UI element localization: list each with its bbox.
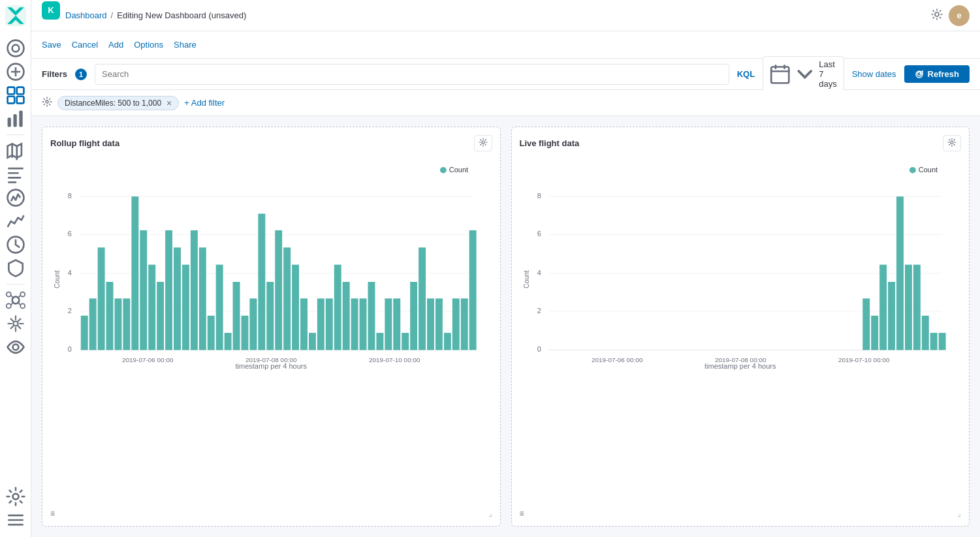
svg-rect-47 [182,265,189,350]
svg-point-15 [6,303,10,308]
svg-rect-51 [216,265,223,350]
svg-point-87 [951,141,953,144]
svg-text:6: 6 [537,230,541,238]
svg-rect-56 [258,214,265,350]
svg-text:6: 6 [68,230,72,238]
svg-rect-61 [300,298,308,350]
nav-graph[interactable] [5,290,26,311]
svg-text:4: 4 [68,269,72,277]
nav-discover[interactable] [5,61,26,82]
time-range-label: Last 7 days [819,59,836,89]
show-dates-button[interactable]: Show dates [852,69,896,79]
svg-rect-105 [913,265,920,350]
svg-rect-21 [771,67,789,83]
svg-point-22 [46,100,48,103]
nav-dashboard[interactable] [5,85,26,106]
svg-rect-106 [921,316,928,350]
svg-rect-55 [249,298,257,350]
svg-rect-58 [275,230,282,350]
breadcrumb-parent[interactable]: Dashboard [65,10,107,20]
nav-logs[interactable] [5,164,26,185]
left-panel-title: Rollup flight data [50,138,119,148]
nav-settings[interactable] [5,486,26,507]
nav-uptime[interactable] [5,234,26,255]
svg-rect-69 [368,282,375,350]
svg-text:Count: Count [53,270,61,288]
right-panel-gear[interactable] [943,135,961,151]
right-panel-header: Live flight data [520,135,962,151]
svg-rect-104 [904,265,911,350]
nav-maps[interactable] [5,140,26,161]
breadcrumb-separator: / [111,10,114,20]
nav-metrics[interactable] [5,211,26,232]
svg-text:0: 0 [537,346,541,354]
nav-home[interactable] [5,38,26,59]
right-panel-list-icon[interactable]: ≡ [520,509,524,518]
svg-rect-40 [123,298,130,350]
svg-text:8: 8 [537,192,541,200]
user-avatar[interactable]: e [949,5,970,26]
left-nav [0,0,31,537]
svg-rect-7 [7,117,10,127]
svg-rect-60 [292,265,299,350]
svg-rect-100 [871,316,878,350]
nav-observability[interactable] [5,337,26,358]
svg-rect-80 [461,298,468,350]
svg-text:8: 8 [68,192,72,200]
dashboard-area: Rollup flight data 0 2 4 6 8 Count [31,116,980,537]
svg-point-20 [935,12,939,16]
svg-rect-76 [427,298,434,350]
svg-rect-107 [930,333,937,350]
nav-siem[interactable] [5,258,26,279]
svg-text:Count: Count [449,166,468,174]
filter-label: Filters [42,69,67,79]
nav-apm[interactable] [5,187,26,208]
svg-rect-6 [16,97,24,104]
left-panel-gear[interactable] [474,135,492,151]
svg-rect-99 [862,298,870,350]
refresh-button[interactable]: Refresh [904,65,970,83]
save-button[interactable]: Save [42,40,61,50]
kql-button[interactable]: KQL [737,69,755,79]
svg-rect-41 [131,196,138,350]
filter-badge: 1 [75,69,87,80]
nav-visualize[interactable] [5,108,26,129]
main-content: K Dashboard / Editing New Dashboard (uns… [31,0,980,537]
svg-rect-39 [114,298,121,350]
svg-rect-75 [419,247,426,350]
svg-rect-37 [98,247,105,350]
nav-ml[interactable] [5,313,26,334]
svg-point-112 [909,167,915,173]
filter-tag: DistanceMiles: 500 to 1,000 × [57,96,179,110]
svg-text:Count: Count [918,166,937,174]
filter-remove-button[interactable]: × [166,99,172,108]
add-filter-button[interactable]: + Add filter [184,98,225,108]
nav-collapse[interactable] [5,510,26,530]
settings-icon[interactable] [930,8,943,23]
filter-settings-icon[interactable] [42,97,52,109]
svg-text:2019-07-10 00:00: 2019-07-10 00:00 [369,357,420,364]
svg-rect-46 [174,247,181,350]
app-logo[interactable] [5,5,26,26]
svg-rect-53 [233,282,240,350]
search-box[interactable] [95,64,729,85]
svg-rect-59 [283,247,291,350]
top-bar: K Dashboard / Editing New Dashboard (uns… [31,0,980,31]
time-picker[interactable]: Last 7 days [763,56,844,92]
search-input[interactable] [102,69,722,79]
svg-rect-49 [199,247,206,350]
svg-point-1 [12,45,19,52]
svg-text:0: 0 [68,346,72,354]
right-panel-resize[interactable]: ⌟ [957,509,961,518]
add-button[interactable]: Add [108,40,123,50]
breadcrumb: Dashboard / Editing New Dashboard (unsav… [65,10,246,20]
svg-rect-81 [469,230,477,350]
left-panel-list-icon[interactable]: ≡ [50,509,55,518]
left-panel-resize[interactable]: ⌟ [488,509,492,518]
svg-rect-35 [81,316,88,350]
svg-rect-57 [266,282,274,350]
share-button[interactable]: Share [174,40,197,50]
top-right-icons: e [930,5,970,26]
options-button[interactable]: Options [134,40,163,50]
cancel-button[interactable]: Cancel [72,40,98,50]
